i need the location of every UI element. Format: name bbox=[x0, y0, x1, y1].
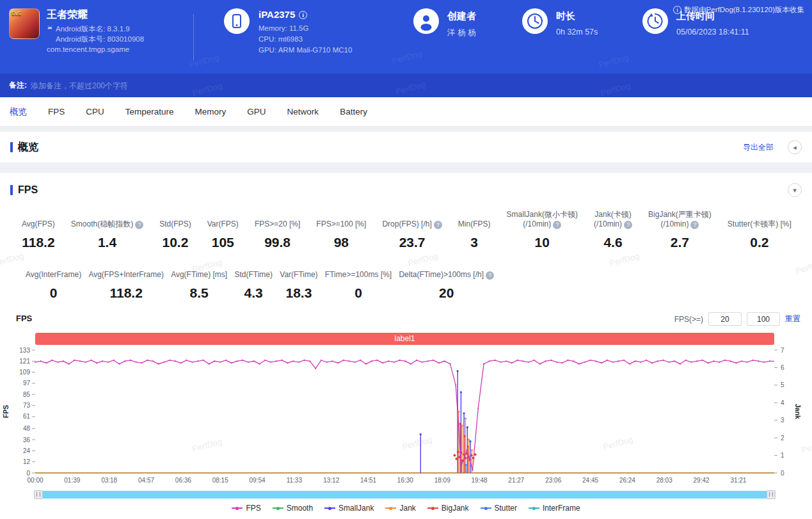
legend-item-Jank[interactable]: Jank bbox=[385, 504, 415, 513]
help-icon[interactable] bbox=[486, 271, 494, 280]
svg-text:5: 5 bbox=[781, 381, 784, 388]
stat-value: 18.3 bbox=[280, 285, 317, 301]
svg-text:18:09: 18:09 bbox=[434, 477, 450, 484]
fps-collapse-button[interactable] bbox=[788, 183, 802, 197]
fps-title: FPS bbox=[18, 184, 38, 196]
svg-text:03:18: 03:18 bbox=[101, 477, 117, 484]
stat-item: Avg(FTime) [ms]8.5 bbox=[171, 260, 227, 301]
legend-item-FPS[interactable]: FPS bbox=[232, 504, 260, 513]
section-accent-bar bbox=[10, 185, 13, 195]
legend-item-InterFrame[interactable]: InterFrame bbox=[529, 504, 580, 513]
fps-filter-max-input[interactable] bbox=[747, 312, 780, 326]
svg-text:19:48: 19:48 bbox=[472, 477, 488, 484]
stat-value: 105 bbox=[207, 235, 239, 250]
android-version-code: Android版本号: 803010908 bbox=[56, 34, 144, 44]
stat-item: Std(FTime)4.3 bbox=[234, 260, 273, 301]
fps-filter-label: FPS(>=) bbox=[674, 315, 703, 324]
fps-filter-reset-link[interactable]: 重置 bbox=[785, 314, 800, 324]
svg-text:0: 0 bbox=[26, 470, 30, 477]
note-input[interactable] bbox=[31, 81, 803, 90]
stat-item: FTime>=100ms [%]0 bbox=[325, 260, 392, 301]
stat-label: Var(FTime) bbox=[280, 260, 317, 280]
stat-item: Var(FTime)18.3 bbox=[280, 260, 317, 301]
legend-swatch bbox=[324, 507, 335, 509]
svg-text:24:45: 24:45 bbox=[582, 477, 598, 484]
help-icon[interactable] bbox=[624, 221, 632, 229]
section-accent-bar bbox=[10, 142, 13, 152]
svg-text:7: 7 bbox=[781, 347, 784, 354]
legend-swatch bbox=[529, 507, 539, 509]
stat-label: Avg(FTime) [ms] bbox=[171, 260, 227, 280]
export-all-link[interactable]: 导出全部 bbox=[743, 142, 774, 153]
device-info-icon[interactable] bbox=[299, 11, 307, 19]
help-icon[interactable] bbox=[434, 221, 442, 229]
legend-item-BigJank[interactable]: BigJank bbox=[427, 504, 469, 513]
duration-value: 0h 32m 57s bbox=[556, 28, 598, 36]
legend-item-SmallJank[interactable]: SmallJank bbox=[324, 504, 374, 513]
fps-filter-min-input[interactable] bbox=[708, 312, 742, 326]
tab-CPU[interactable]: CPU bbox=[86, 107, 104, 116]
tab-FPS[interactable]: FPS bbox=[48, 107, 65, 116]
tab-Temperature[interactable]: Temperature bbox=[125, 107, 174, 116]
svg-text:0: 0 bbox=[781, 470, 784, 477]
legend-item-Stutter[interactable]: Stutter bbox=[481, 504, 517, 513]
stat-item: FPS>=100 [%]98 bbox=[316, 210, 366, 250]
scrollbar-left-handle[interactable] bbox=[34, 490, 43, 499]
note-label: 备注: bbox=[9, 80, 27, 91]
duration-block: 时长 0h 32m 57s bbox=[493, 0, 613, 74]
stat-item: Avg(FPS)118.2 bbox=[22, 210, 55, 250]
device-gpu: GPU: ARM Mali-G710 MC10 bbox=[259, 45, 352, 56]
stat-label: Drop(FPS) [/h] bbox=[382, 210, 442, 229]
svg-text:23:06: 23:06 bbox=[545, 477, 561, 484]
stat-value: 3 bbox=[458, 235, 491, 250]
svg-text:12: 12 bbox=[23, 458, 31, 465]
stat-item: Smooth(稳帧指数)1.4 bbox=[71, 210, 143, 250]
svg-text:28:03: 28:03 bbox=[657, 477, 673, 484]
help-icon[interactable] bbox=[135, 221, 143, 229]
stat-value: 10.2 bbox=[159, 235, 191, 250]
android-icon bbox=[47, 24, 53, 34]
legend-label: Jank bbox=[399, 504, 415, 513]
legend-swatch bbox=[385, 507, 396, 509]
help-icon[interactable] bbox=[553, 221, 561, 229]
tab-Network[interactable]: Network bbox=[287, 107, 319, 116]
stat-label: Avg(FPS+InterFrame) bbox=[88, 260, 163, 280]
stat-value: 4.6 bbox=[594, 235, 632, 250]
tab-GPU[interactable]: GPU bbox=[247, 107, 266, 116]
app-icon: 5v5 bbox=[9, 8, 40, 39]
overview-title: 概览 bbox=[18, 141, 38, 154]
tab-Battery[interactable]: Battery bbox=[340, 107, 367, 116]
scrollbar-right-handle[interactable] bbox=[767, 490, 776, 499]
stat-value: 10 bbox=[507, 235, 578, 250]
svg-text:00:00: 00:00 bbox=[27, 477, 43, 484]
help-icon[interactable] bbox=[690, 221, 699, 229]
stat-item: Std(FPS)10.2 bbox=[159, 210, 191, 250]
stat-value: 99.8 bbox=[255, 235, 300, 250]
clock-icon bbox=[522, 8, 548, 34]
svg-text:109: 109 bbox=[19, 369, 30, 376]
device-icon bbox=[224, 8, 250, 34]
legend-swatch bbox=[232, 507, 243, 509]
legend-swatch bbox=[481, 507, 491, 509]
stat-label: Std(FTime) bbox=[234, 260, 273, 280]
stat-value: 23.7 bbox=[382, 235, 442, 250]
svg-text:6: 6 bbox=[781, 364, 784, 371]
header: 5v5 王者荣耀 Android版本名: 8.3.1.9 Android版本号:… bbox=[0, 0, 812, 74]
header-divider bbox=[193, 14, 194, 60]
svg-text:61: 61 bbox=[23, 413, 31, 420]
legend-item-Smooth[interactable]: Smooth bbox=[273, 504, 313, 513]
fps-chart[interactable]: 133121109978573614836241207654321000:000… bbox=[0, 346, 812, 490]
chart-scrollbar[interactable] bbox=[35, 491, 774, 499]
stat-value: 118.2 bbox=[88, 285, 163, 301]
app-info-block: 5v5 王者荣耀 Android版本名: 8.3.1.9 Android版本号:… bbox=[0, 0, 193, 74]
stat-item: Drop(FPS) [/h]23.7 bbox=[382, 210, 442, 250]
svg-text:48: 48 bbox=[23, 425, 31, 432]
overview-collapse-button[interactable] bbox=[788, 140, 802, 154]
tab-Memory[interactable]: Memory bbox=[195, 107, 227, 116]
stat-label: Smooth(稳帧指数) bbox=[71, 210, 143, 229]
stat-label: Jank(卡顿)(/10min) bbox=[594, 210, 632, 229]
fps-stats-row-2: Avg(InterFrame)0Avg(FPS+InterFrame)118.2… bbox=[0, 250, 494, 301]
overview-section: 概览 导出全部 bbox=[0, 132, 812, 163]
tab-概览[interactable]: 概览 bbox=[10, 106, 27, 118]
svg-text:04:57: 04:57 bbox=[138, 477, 154, 484]
